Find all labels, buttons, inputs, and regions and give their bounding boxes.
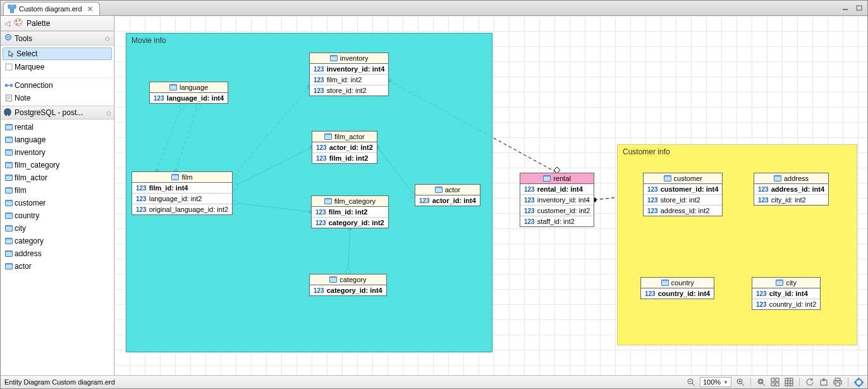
pin-icon[interactable]: ◇: [105, 35, 110, 42]
table-icon: [4, 199, 13, 207]
column-row: 123staff_id: int2: [520, 216, 594, 226]
zoom-in-icon[interactable]: [735, 377, 745, 387]
entity-header: rental: [520, 173, 594, 184]
settings-gear-icon[interactable]: [853, 377, 864, 387]
table-icon: [4, 211, 13, 220]
zoom-out-icon[interactable]: [686, 377, 696, 387]
tree-item-city[interactable]: city: [1, 222, 114, 235]
entity-header: film_actor: [312, 132, 377, 142]
entity-header: film_category: [312, 196, 388, 207]
column-row: 123film_id: int2: [310, 74, 388, 85]
pin-icon[interactable]: ◇: [106, 109, 111, 116]
entity-header: customer: [644, 173, 722, 184]
entity-city[interactable]: city123city_id: int4123country_id: int2: [752, 277, 821, 310]
table-icon: [324, 198, 332, 204]
svg-rect-69: [776, 378, 779, 381]
column-row: 123category_id: int2: [312, 217, 388, 228]
palette-icon: [14, 18, 23, 28]
svg-point-7: [15, 18, 22, 26]
table-icon: [4, 224, 13, 233]
column-row: 123country_id: int4: [641, 288, 714, 299]
svg-rect-78: [835, 378, 840, 381]
tree-item-inventory[interactable]: inventory: [1, 146, 114, 159]
tree-item-film[interactable]: film: [1, 184, 114, 197]
entity-inventory[interactable]: inventory123inventory_id: int4123film_id…: [309, 52, 389, 96]
palette-back-icon[interactable]: ◁: [4, 19, 10, 28]
print-icon[interactable]: [833, 377, 843, 387]
cursor-arrow-icon: [7, 49, 16, 58]
column-row: 123actor_id: int4: [415, 195, 480, 206]
entity-actor[interactable]: actor123actor_id: int4: [415, 184, 480, 206]
minimize-icon[interactable]: [841, 3, 850, 12]
entity-header: category: [310, 275, 386, 285]
entity-header: address: [754, 173, 828, 184]
tool-marquee[interactable]: Marquee: [1, 61, 114, 73]
palette-title: Palette: [27, 19, 50, 28]
tool-note[interactable]: Note: [1, 92, 114, 104]
gear-icon: [4, 34, 12, 43]
entity-customer[interactable]: customer123customer_id: int4123store_id:…: [643, 173, 723, 216]
zoom-fit-icon[interactable]: [756, 377, 766, 387]
table-icon: [664, 175, 671, 182]
table-icon: [774, 175, 781, 182]
svg-rect-6: [857, 6, 862, 10]
tool-connection[interactable]: Connection: [1, 79, 114, 92]
tree-item-address[interactable]: address: [1, 247, 114, 260]
entity-film_actor[interactable]: film_actor123actor_id: int2123film_id: i…: [312, 131, 377, 164]
entity-address[interactable]: address123address_id: int4123city_id: in…: [754, 173, 829, 206]
entity-country[interactable]: country123country_id: int4: [640, 277, 714, 299]
table-icon: [4, 262, 13, 271]
tree-item-rental[interactable]: rental: [1, 121, 114, 133]
tab-bar: Custom diagram.erd ✕: [1, 1, 867, 16]
svg-rect-1: [13, 5, 16, 8]
diagram-canvas[interactable]: Movie infoCustomer infolanguage123langua…: [114, 16, 867, 375]
tree-item-category[interactable]: category: [1, 235, 114, 247]
entity-film_category[interactable]: film_category123film_id: int2123category…: [311, 195, 389, 228]
tool-select[interactable]: Select: [3, 47, 112, 60]
erd-file-icon: [8, 4, 16, 13]
tree-item-country[interactable]: country: [1, 209, 114, 222]
export-icon[interactable]: [819, 377, 829, 387]
svg-rect-70: [771, 383, 774, 386]
tree-item-language[interactable]: language: [1, 133, 114, 146]
table-icon: [171, 174, 179, 180]
entity-header: actor: [415, 185, 480, 195]
column-row: 123city_id: int4: [752, 288, 820, 299]
tree-item-actor[interactable]: actor: [1, 260, 114, 273]
table-icon: [4, 135, 13, 144]
region-label: Movie info: [131, 36, 166, 45]
svg-rect-67: [759, 380, 762, 383]
entity-language[interactable]: language123language_id: int4: [149, 82, 228, 104]
table-icon: [330, 55, 338, 61]
svg-line-66: [762, 383, 765, 386]
postgresql-icon: [3, 108, 12, 117]
editor-tab[interactable]: Custom diagram.erd ✕: [3, 2, 100, 15]
svg-point-65: [758, 379, 763, 384]
column-row: 123film_id: int4: [132, 183, 232, 193]
grid-toggle-icon[interactable]: [784, 377, 794, 387]
maximize-icon[interactable]: [855, 3, 864, 12]
tree-item-film_category[interactable]: film_category: [1, 159, 114, 171]
entity-rental[interactable]: rental123rental_id: int4123inventory_id:…: [520, 173, 594, 227]
tools-section-header[interactable]: Tools ◇: [1, 31, 114, 46]
table-icon: [4, 186, 13, 195]
tree-item-customer[interactable]: customer: [1, 197, 114, 209]
column-row: 123film_id: int2: [312, 152, 377, 163]
svg-point-9: [19, 20, 21, 22]
svg-rect-72: [785, 378, 793, 386]
entity-category[interactable]: category123category_id: int4: [309, 274, 387, 296]
zoom-combo[interactable]: 100%▼: [700, 377, 731, 387]
layout-icon[interactable]: [770, 377, 780, 387]
close-icon[interactable]: ✕: [87, 5, 93, 13]
column-row: 123language_id: int4: [150, 93, 228, 103]
table-icon: [4, 173, 13, 182]
entity-film[interactable]: film123film_id: int4123language_id: int2…: [131, 171, 233, 215]
db-tree-items: rentallanguageinventoryfilm_categoryfilm…: [1, 120, 114, 274]
column-row: 123country_id: int2: [752, 299, 820, 309]
table-icon: [543, 175, 551, 182]
tree-item-film_actor[interactable]: film_actor: [1, 171, 114, 184]
refresh-icon[interactable]: [805, 377, 815, 387]
table-icon: [4, 249, 13, 258]
entity-header: film: [132, 172, 232, 183]
db-tree-header[interactable]: PostgreSQL - post... ◇: [1, 106, 114, 120]
